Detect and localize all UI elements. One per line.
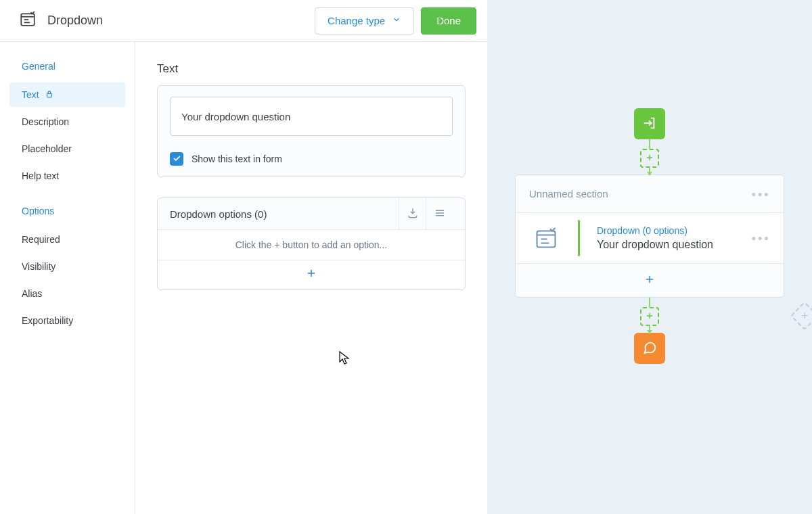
options-header-label: Dropdown options (0) — [170, 208, 399, 220]
sidebar-section-options: Options — [22, 206, 113, 216]
section-header[interactable]: Unnamed section ●●● — [516, 175, 784, 213]
sidebar-section-general: General — [22, 61, 113, 72]
dropdown-type-icon — [19, 10, 37, 31]
page-title: Dropdown — [19, 10, 103, 31]
section-card: Unnamed section ●●● Dropdown (0 options)… — [515, 174, 784, 298]
section-title: Unnamed section — [529, 188, 608, 200]
preview-panel: Unnamed section ●●● Dropdown (0 options)… — [487, 0, 812, 514]
options-placeholder-text: Click the + button to add an option... — [158, 229, 465, 260]
done-label: Done — [436, 15, 461, 26]
sidebar-item-label: Help text — [22, 170, 59, 181]
plus-icon — [645, 311, 654, 323]
menu-icon — [434, 207, 446, 221]
sidebar-item-label: Visibility — [22, 261, 55, 272]
flow-start-node[interactable] — [634, 108, 665, 139]
sidebar-item-visibility[interactable]: Visibility — [9, 254, 125, 279]
question-meta: Dropdown (0 options) — [597, 225, 738, 236]
sidebar-item-description[interactable]: Description — [9, 110, 125, 134]
entry-icon — [642, 116, 657, 133]
lock-icon — [45, 89, 54, 101]
sidebar-item-exportability[interactable]: Exportability — [9, 308, 125, 333]
sidebar-item-help-text[interactable]: Help text — [9, 164, 125, 188]
change-type-label: Change type — [328, 15, 385, 26]
topbar: Dropdown Change type Done — [0, 0, 487, 42]
show-in-form-label: Show this text in form — [191, 154, 282, 164]
add-branch-button[interactable]: + — [790, 302, 812, 330]
question-card[interactable]: Dropdown (0 options) Your dropdown quest… — [516, 213, 784, 263]
sidebar-item-label: Text — [22, 89, 39, 100]
question-text-input[interactable] — [170, 97, 453, 136]
flow-add-before[interactable] — [640, 149, 659, 168]
section-label-text: Text — [157, 62, 466, 76]
sidebar-item-label: Placeholder — [22, 143, 72, 154]
sidebar-item-required[interactable]: Required — [9, 227, 125, 252]
plus-icon: + — [801, 310, 809, 322]
sidebar: General Text Description Placeholder Hel… — [0, 42, 135, 514]
import-options-button[interactable] — [399, 198, 426, 229]
page-title-text: Dropdown — [47, 14, 103, 28]
sidebar-item-label: Alias — [22, 288, 42, 299]
flow-add-after[interactable] — [640, 307, 659, 326]
chat-icon — [642, 340, 657, 357]
text-card: Show this text in form — [157, 85, 466, 177]
import-icon — [407, 207, 419, 221]
svg-rect-1 — [47, 93, 51, 97]
plus-icon — [645, 153, 654, 164]
section-menu-button[interactable]: ●●● — [751, 189, 770, 199]
done-button[interactable]: Done — [421, 7, 476, 34]
options-card: Dropdown options (0) Click the + — [157, 197, 466, 290]
editor-panel: Dropdown Change type Done General Text — [0, 0, 487, 514]
check-icon — [172, 154, 181, 165]
plus-icon — [644, 273, 656, 287]
sidebar-item-label: Required — [22, 234, 60, 245]
plus-icon — [305, 271, 317, 281]
show-in-form-checkbox[interactable] — [170, 152, 183, 166]
flow-end-node[interactable] — [634, 333, 665, 364]
add-question-button[interactable] — [516, 263, 784, 297]
change-type-button[interactable]: Change type — [315, 7, 414, 34]
active-indicator — [578, 220, 580, 256]
reorder-options-button[interactable] — [426, 198, 453, 229]
main-content: Text Show this text in form — [135, 42, 487, 514]
sidebar-item-placeholder[interactable]: Placeholder — [9, 137, 125, 161]
question-label: Your dropdown question — [597, 239, 738, 251]
chevron-down-icon — [392, 15, 401, 26]
sidebar-item-alias[interactable]: Alias — [9, 281, 125, 306]
sidebar-item-label: Description — [22, 116, 69, 127]
sidebar-item-text[interactable]: Text — [9, 83, 125, 107]
add-option-button[interactable] — [158, 260, 465, 289]
sidebar-item-label: Exportability — [22, 315, 73, 326]
question-menu-button[interactable]: ●●● — [751, 233, 770, 243]
dropdown-icon — [529, 226, 563, 250]
